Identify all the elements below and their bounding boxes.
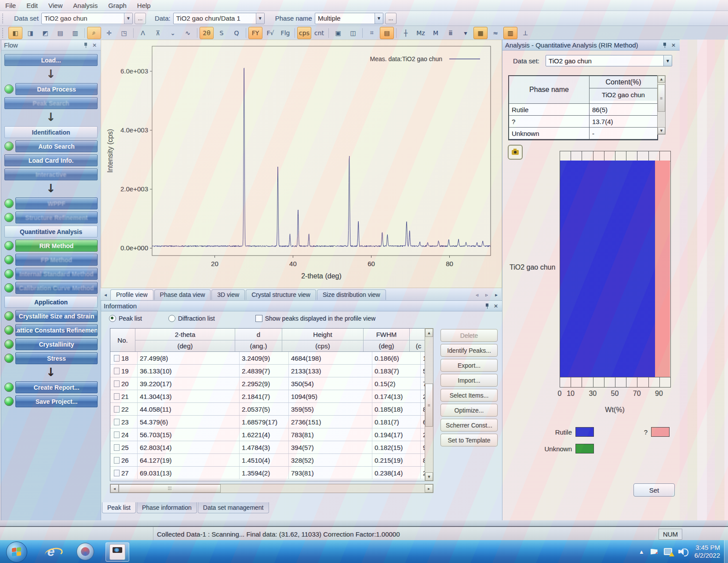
xrd-profile-chart[interactable]: 0.0e+0002.0e+0034.0e+0036.0e+00320406080… [101,40,501,287]
select-items-button[interactable]: Select Items... [440,389,498,402]
show-peaks-checkbox[interactable] [255,315,262,322]
table-row[interactable]: 1827.499(8)3.2409(9)4684(198)0.186(6)121… [110,352,425,365]
toolbar-drag-handle[interactable] [2,28,6,38]
peak-table-hscrollbar[interactable]: ◂ ⁞⁞⁞ ▸ [110,484,433,493]
tab-phase-information[interactable]: Phase information [137,502,197,513]
flow-button-crystallinity[interactable]: Crystallinity [15,338,98,350]
layout-single-icon[interactable]: ◧ [8,27,22,39]
flow-button-lattice-constants-refinement[interactable]: Lattice Constants Refinement [15,324,98,336]
set-to-template-button[interactable]: Set to Template [440,434,498,446]
analysis-dataset-combo[interactable]: TiO2 gao chun ▼ [546,55,672,66]
column-header-d[interactable]: d(ang.) [235,329,282,351]
scroll-up-icon[interactable]: ▲ [425,329,433,337]
tab-scroll-first-icon[interactable]: ◂ [102,291,109,299]
flow-button-fp-method[interactable]: FP Method [15,254,98,266]
flow-button-structure-refinement[interactable]: Structure Refinement [15,212,98,223]
tray-expand-icon[interactable]: ▲ [639,548,644,555]
optimize-button[interactable]: Optimize... [440,404,498,417]
scroll-down-icon[interactable]: ▼ [658,127,665,134]
tab-phase-data-view[interactable]: Phase data view [154,289,211,300]
network-icon[interactable] [664,548,672,555]
flow-button-internal-standard-method[interactable]: Internal Standard Method [15,268,98,280]
table-row[interactable]: 2769.031(13)1.3594(2)793(81)0.238(14)241… [110,467,425,479]
tab-data-set-management[interactable]: Data set management [198,502,269,513]
axis-s-icon[interactable]: S [215,27,229,39]
tab-last-icon[interactable]: ▸ [492,291,500,299]
active-app-taskbar-button[interactable] [106,542,129,562]
toolbar-drag-handle[interactable] [2,14,6,23]
set-button[interactable]: Set [633,483,675,497]
row-checkbox[interactable] [114,431,120,438]
dataset-browse-button[interactable]: ... [135,13,146,24]
flow-button-save-project[interactable]: Save Project... [15,395,98,407]
table-row[interactable]: 2141.304(13)2.1841(7)1094(95)0.174(13)24… [110,390,425,403]
copy-chart-button[interactable] [508,145,523,160]
show-desktop-button[interactable] [724,540,728,563]
background-curve-icon[interactable]: ∿ [181,27,195,39]
row-checkbox[interactable] [114,406,120,413]
layout-columns-icon[interactable]: ▥ [68,27,82,39]
scrollbar-thumb[interactable]: ⁞⁞⁞ [119,484,221,493]
information-icon[interactable]: ▤ [380,27,394,39]
y-log-icon[interactable]: Flg [278,27,292,39]
dataset-combo[interactable]: TiO2 gao chun ▼ [41,13,133,24]
data-combo[interactable]: TiO2 gao chun/Data 1 ▼ [173,13,265,24]
y-sqrt-icon[interactable]: F√ [263,27,277,39]
stick-pattern-icon[interactable]: ⅲ [444,27,458,39]
flow-button-peak-search[interactable]: Peak Search [4,97,98,109]
tab-size-distribution-view[interactable]: Size distribution view [317,289,386,300]
chevron-down-icon[interactable]: ▼ [663,55,672,66]
import-data-icon[interactable]: ◫ [346,27,360,39]
scroll-down-icon[interactable]: ▼ [425,472,433,481]
phase-row[interactable]: Rutile86(5) [509,104,657,116]
tab-peak-list[interactable]: Peak list [102,502,136,513]
peak-delete-icon[interactable]: ⌄ [166,27,180,39]
table-row[interactable]: 2354.379(6)1.68579(17)2736(151)0.181(7)6… [110,416,425,428]
unit-cps-icon[interactable]: cps [297,27,311,39]
overlay-view-icon[interactable]: ▦ [473,27,488,39]
table-row[interactable]: 1936.133(10)2.4839(7)2133(133)0.183(7)51… [110,365,425,377]
close-icon[interactable]: ✕ [492,303,499,309]
flow-button-stress[interactable]: Stress [15,352,98,364]
zoom-icon[interactable]: ⌕ [87,27,101,39]
action-center-icon[interactable]: × [651,549,658,555]
row-checkbox[interactable] [114,380,120,387]
table-row[interactable]: 2562.803(14)1.4784(3)394(57)0.182(15)91(… [110,441,425,454]
scrollbar-thumb[interactable]: ≡ [658,84,665,112]
phase-row[interactable]: ?13.7(4) [509,116,657,128]
phase-table-vscrollbar[interactable]: ▲ ≡ ▼ [657,75,666,135]
peak-list-radio[interactable] [109,315,116,322]
menu-item-graph[interactable]: Graph [103,1,132,10]
pin-icon[interactable] [661,42,668,48]
pin-icon[interactable] [82,42,89,48]
flow-button-load[interactable]: Load... [4,54,98,66]
row-checkbox[interactable] [114,457,120,464]
tab-crystal-structure-view[interactable]: Crystal structure view [246,289,316,300]
xrd-app-icon[interactable] [74,542,97,561]
phase-row[interactable]: Unknown- [509,128,657,139]
table-row[interactable]: 2456.703(15)1.6221(4)783(81)0.194(17)213… [110,428,425,441]
row-checkbox[interactable] [114,355,120,362]
chevron-down-icon[interactable]: ▼ [375,13,383,24]
layout-overlay-icon[interactable]: ◩ [38,27,52,39]
pan-icon[interactable]: ✛ [102,27,116,39]
close-icon[interactable]: ✕ [670,42,677,48]
menu-item-edit[interactable]: Edit [21,1,43,10]
tab-prev-icon[interactable]: ◃ [473,291,481,299]
tick-marks-icon[interactable]: ⊥ [518,27,532,39]
scroll-left-icon[interactable]: ◂ [110,484,119,493]
dropdown-icon[interactable]: ▾ [459,27,473,39]
phase-name-combo[interactable]: Multiple ▼ [315,13,383,24]
export-button[interactable]: Export... [440,359,498,372]
profile-curves-icon[interactable]: M [429,27,443,39]
clock[interactable]: 3:45 PM 6/2/2022 [695,544,720,559]
menu-item-analysis[interactable]: Analysis [68,1,103,10]
flow-button-load-card-info[interactable]: Load Card Info. [4,154,98,166]
table-row[interactable]: 2039.220(17)2.2952(9)350(54)0.15(2)74(4 [110,377,425,390]
axis-2theta-icon[interactable]: 2θ [200,27,214,39]
column-header-2-theta[interactable]: 2-theta(deg) [135,329,235,351]
stacked-view-icon[interactable]: ▥ [503,27,517,39]
row-checkbox[interactable] [114,419,120,425]
internet-explorer-icon[interactable]: e [40,542,62,561]
tab-3d-view[interactable]: 3D view [211,289,245,300]
